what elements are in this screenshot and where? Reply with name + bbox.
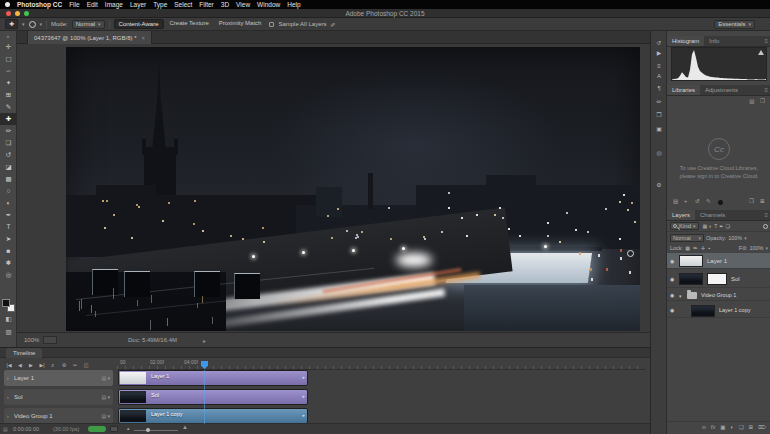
histogram-warning-icon[interactable] [758,50,764,55]
layer-visibility-icon[interactable]: ◉ [670,258,674,264]
new-layer-icon[interactable]: ⊞ [749,424,754,430]
mute-audio-button[interactable]: ♬ [48,362,58,368]
toolbar-collapse-icon[interactable]: » [0,31,16,41]
filter-shape-layers-icon[interactable]: ✒ [719,223,723,229]
new-adjustment-layer-icon[interactable]: ◐ [730,424,733,430]
track-options-icons[interactable]: ▤ ▾ [101,370,110,386]
track-disclosure-icon[interactable]: › [7,389,9,405]
color-swatches[interactable] [2,299,15,312]
play-button[interactable]: ▶ [26,362,36,368]
track-disclosure-icon[interactable]: › [7,370,9,386]
navigator-panel-icon[interactable]: ▣ [651,125,667,132]
track-label-video-group-1[interactable]: ›Video Group 1▤ ▾ [4,408,113,424]
crop-tool[interactable]: ⊞ [0,89,17,101]
zoom-in-mountain-icon[interactable]: ▲ [182,424,188,430]
brush-tool[interactable]: ✏ [0,125,17,137]
type-button-create-texture[interactable]: Create Texture [166,19,213,29]
layer-name[interactable]: Video Group 1 [701,292,736,298]
layer-name[interactable]: Layer 1 copy [719,307,751,313]
clip-layer-1-copy[interactable]: Layer 1 copy▸ [118,408,308,424]
paragraph-panel-icon[interactable]: ¶ [651,85,667,91]
properties-panel-icon[interactable]: ≡ [651,63,667,69]
layer-row-video-group-1[interactable]: ◉▾Video Group 1 [667,290,770,301]
tab-channels[interactable]: Channels [695,210,730,220]
filter-adjustment-layers-icon[interactable]: ◐ [709,223,712,229]
layer-thumbnail[interactable] [679,273,703,285]
settings-panel-icon[interactable]: ⚙ [651,181,667,188]
brush-size-picker-icon[interactable] [29,21,36,28]
blur-tool[interactable]: ○ [0,185,17,197]
close-tab-icon[interactable]: × [141,35,145,41]
canvas-area[interactable]: 100% Doc: 5.49M/16.4M ▸ [17,44,650,347]
menu-3d[interactable]: 3D [221,1,229,8]
move-tool[interactable]: ✛ [0,41,17,53]
eyedropper-tool[interactable]: ✎ [0,101,17,113]
type-tool[interactable]: T [0,221,17,233]
link-layers-icon[interactable]: ∞ [702,424,706,430]
layer-visibility-icon[interactable]: ◉ [670,292,674,298]
brush-settings-panel-icon[interactable]: ✏ [651,98,667,105]
library-list-icon[interactable]: ▤ [673,198,678,204]
clip-end-icon[interactable]: ▸ [302,393,305,399]
hand-tool[interactable]: ✱ [0,257,17,269]
library-add-icon[interactable]: + [684,198,687,204]
workspace-select[interactable]: Essentials ▾ [714,20,755,29]
timeline-settings-button[interactable]: ⚙ [59,362,69,368]
track-label-sol[interactable]: ›Sol▤ ▾ [4,389,113,405]
timeline-zoom-slider-thumb[interactable] [146,428,150,432]
timeline-corner-icon[interactable]: ▤ [3,426,8,432]
lasso-tool[interactable]: ∽ [0,65,17,77]
layer-row-layer-1[interactable]: ◉Layer 1 [667,253,770,269]
library-grid-icon[interactable]: ❒ [749,198,754,204]
timeline-option-button[interactable] [110,426,118,432]
clip-end-icon[interactable]: ▸ [302,374,305,380]
clone-stamp-tool[interactable]: ❏ [0,137,17,149]
actions-panel-icon[interactable]: ▶ [651,49,667,56]
tab-layers[interactable]: Layers [667,210,695,220]
new-group-icon[interactable]: ❏ [739,424,744,430]
menu-layer[interactable]: Layer [130,1,146,8]
layer-mask-thumbnail[interactable] [707,273,727,285]
tablet-pressure-icon[interactable]: ✐ [330,21,335,28]
spot-healing-brush-tool[interactable]: ✚ [0,113,17,125]
status-chevron-icon[interactable]: ▸ [203,337,206,344]
type-button-content-aware[interactable]: Content-Aware [114,19,164,29]
layer-thumbnail[interactable] [691,305,715,317]
tab-info[interactable]: Info [704,36,724,46]
sample-all-layers-checkbox[interactable] [269,22,274,27]
layer-name[interactable]: Layer 1 [707,258,727,264]
track-disclosure-icon[interactable]: › [7,408,9,424]
track-options-icons[interactable]: ▤ ▾ [101,408,110,424]
layer-filter-kind-select[interactable]: Kind ▾ [670,222,699,230]
filter-smart-objects-icon[interactable]: ❏ [726,223,730,229]
track-options-icons[interactable]: ▤ ▾ [101,389,110,405]
layer-name[interactable]: Sol [731,276,740,282]
fill-value[interactable]: 100% [749,245,763,251]
layer-filter-toggle-icon[interactable] [763,224,768,229]
layer-style-icon[interactable]: fx [711,424,715,430]
menu-help[interactable]: Help [287,1,300,8]
pen-tool[interactable]: ✒ [0,209,17,221]
fill-caret-icon[interactable]: ▾ [765,245,768,251]
mode-select[interactable]: Normal ▾ [72,20,105,29]
opacity-caret-icon[interactable]: ▾ [744,235,747,241]
menu-file[interactable]: File [69,1,79,8]
clip-sol[interactable]: Sol▸ [118,389,308,405]
menu-photoshop-cc[interactable]: Photoshop CC [17,1,62,8]
tab-libraries[interactable]: Libraries [667,85,700,95]
timeline-zoom-slider-track[interactable] [134,430,178,431]
zoom-level[interactable]: 100% [24,337,39,343]
split-at-playhead-button[interactable]: ✂ [70,362,80,368]
menu-edit[interactable]: Edit [87,1,98,8]
menu-type[interactable]: Type [153,1,167,8]
layer-row-sol[interactable]: ◉Sol [667,271,770,288]
panel-menu-icon[interactable]: ≡ [764,85,770,95]
layer-thumbnail[interactable] [679,255,703,267]
zoom-tool[interactable]: ◎ [0,269,17,281]
menu-image[interactable]: Image [105,1,123,8]
previous-frame-button[interactable]: ◀ [15,362,25,368]
eraser-tool[interactable]: ◪ [0,161,17,173]
library-view-icons[interactable]: ▤ ❒ [749,98,767,104]
blend-mode-select[interactable]: Normal ▾ [670,234,704,242]
filter-type-layers-icon[interactable]: T [714,223,717,229]
